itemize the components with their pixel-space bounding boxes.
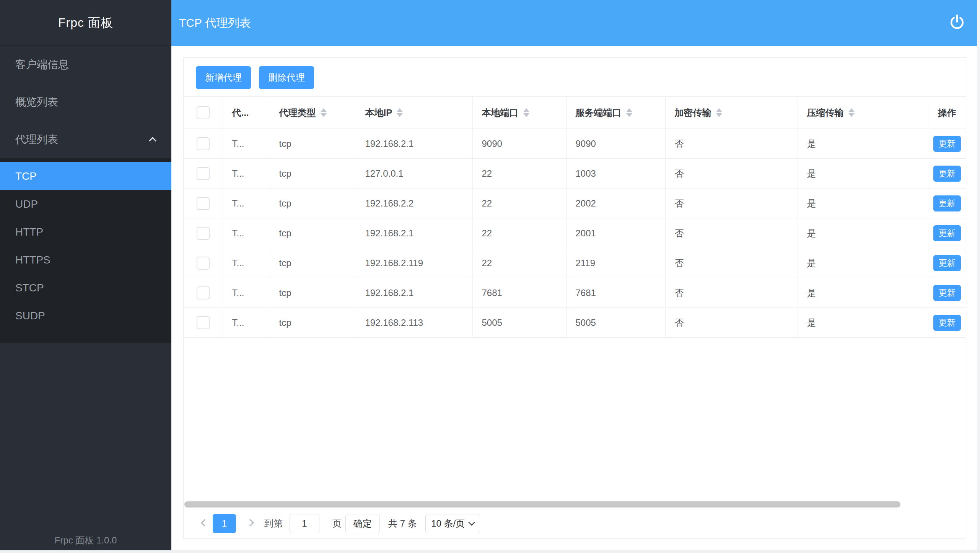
column-header-inner: 代... — [232, 107, 249, 119]
add-proxy-button[interactable]: 新增代理 — [196, 66, 251, 89]
column-header-inner: 代理类型 — [279, 107, 327, 119]
sidebar-item-stcp[interactable]: STCP — [0, 274, 171, 302]
total-count-label: 共 7 条 — [388, 517, 417, 530]
cell-local-port: 9090 — [472, 129, 566, 159]
column-header-remote-port[interactable]: 服务端端口 — [566, 97, 665, 129]
sidebar-item-label: TCP — [15, 170, 37, 182]
row-checkbox[interactable] — [197, 227, 210, 240]
select-all-checkbox[interactable] — [197, 106, 210, 119]
update-button[interactable]: 更新 — [933, 225, 961, 241]
sidebar-item-udp[interactable]: UDP — [0, 190, 171, 218]
sidebar-item-tcp[interactable]: TCP — [0, 162, 171, 190]
column-header-inner: 加密传输 — [675, 107, 722, 119]
cell-action: 更新 — [928, 129, 966, 159]
cell-compressed: 是 — [798, 308, 928, 338]
sort-carets-icon[interactable] — [523, 108, 529, 117]
cell-select — [184, 308, 223, 338]
pagination-bar: 1 到第 页 确定 共 7 条 10 条/页 — [184, 508, 966, 538]
cell-type: tcp — [270, 159, 356, 189]
sidebar-item-proxy-list[interactable]: 代理列表 — [0, 121, 171, 158]
chevron-right-icon — [246, 519, 254, 527]
sort-carets-icon[interactable] — [716, 108, 722, 117]
delete-proxy-button[interactable]: 删除代理 — [259, 66, 314, 89]
column-header-compressed[interactable]: 压缩传输 — [798, 97, 928, 129]
page-size-select[interactable]: 10 条/页 — [425, 514, 480, 533]
row-checkbox[interactable] — [197, 286, 210, 299]
sidebar-item-sudp[interactable]: SUDP — [0, 302, 171, 330]
cell-local-port: 5005 — [472, 308, 566, 338]
row-checkbox[interactable] — [197, 137, 210, 150]
cell-action: 更新 — [928, 159, 966, 189]
cell-name: T... — [223, 159, 270, 189]
row-checkbox[interactable] — [197, 197, 210, 210]
sort-carets-icon[interactable] — [321, 108, 327, 117]
sidebar-item-http[interactable]: HTTP — [0, 218, 171, 246]
power-button[interactable] — [949, 14, 965, 32]
caret-down-icon — [523, 113, 529, 117]
cell-name: T... — [223, 308, 270, 338]
column-header-local-port[interactable]: 本地端口 — [472, 97, 566, 129]
cell-compressed: 是 — [798, 248, 928, 278]
window-scrollbar-track[interactable] — [977, 0, 980, 553]
caret-down-icon — [626, 113, 632, 117]
update-button[interactable]: 更新 — [933, 136, 961, 152]
next-page-button[interactable] — [246, 519, 254, 528]
caret-up-icon — [397, 108, 403, 112]
sidebar-item-https[interactable]: HTTPS — [0, 246, 171, 274]
sort-carets-icon[interactable] — [848, 108, 855, 117]
cell-local-ip: 192.168.2.2 — [356, 189, 472, 218]
row-checkbox[interactable] — [197, 257, 210, 270]
column-header-select — [184, 97, 223, 129]
cell-encrypted: 否 — [665, 308, 798, 338]
cell-local-port: 22 — [472, 189, 566, 218]
sidebar: Frpc 面板 客户端信息 概览列表 代理列表 TCP UDP HTTP HTT… — [0, 0, 171, 550]
cell-action: 更新 — [928, 189, 966, 218]
cell-compressed: 是 — [798, 218, 928, 248]
update-button[interactable]: 更新 — [933, 315, 961, 331]
previous-page-button[interactable] — [200, 519, 209, 528]
cell-type: tcp — [270, 189, 356, 218]
column-header-label: 代理类型 — [279, 107, 316, 119]
cell-local-ip: 192.168.2.113 — [356, 308, 472, 338]
column-header-label: 本地IP — [365, 107, 392, 119]
sort-carets-icon[interactable] — [397, 108, 403, 117]
content-card: 新增代理 删除代理 代...代理类型本地IP本地端口服务端端口加密传输压缩传输操… — [183, 57, 966, 539]
proxy-table: 代...代理类型本地IP本地端口服务端端口加密传输压缩传输操作 T...tcp1… — [184, 96, 966, 338]
row-checkbox[interactable] — [197, 316, 210, 329]
update-button[interactable]: 更新 — [933, 166, 961, 182]
row-checkbox[interactable] — [197, 167, 210, 180]
table-horizontal-scrollbar[interactable] — [184, 501, 900, 507]
update-button[interactable]: 更新 — [933, 285, 961, 301]
goto-page-label: 到第 — [264, 517, 283, 530]
app-title: Frpc 面板 — [0, 0, 171, 46]
sidebar-menu: 客户端信息 概览列表 代理列表 TCP UDP HTTP HTTPS STCP — [0, 46, 171, 343]
column-header-local-ip[interactable]: 本地IP — [356, 97, 472, 129]
column-header-encrypted[interactable]: 加密传输 — [665, 97, 798, 129]
cell-remote-port: 2001 — [566, 218, 665, 248]
column-header-inner: 本地端口 — [482, 107, 529, 119]
sort-carets-icon[interactable] — [626, 108, 632, 117]
update-button[interactable]: 更新 — [933, 255, 961, 271]
cell-local-port: 7681 — [472, 278, 566, 308]
goto-page-input[interactable] — [290, 514, 319, 533]
table-row: T...tcp127.0.0.1221003否是更新 — [184, 159, 966, 189]
column-header-label: 压缩传输 — [807, 107, 844, 119]
cell-select — [184, 278, 223, 308]
cell-select — [184, 248, 223, 278]
toolbar: 新增代理 删除代理 — [196, 66, 966, 89]
confirm-button[interactable]: 确定 — [345, 514, 380, 533]
sidebar-item-label: HTTPS — [15, 254, 50, 266]
column-header-label: 服务端端口 — [576, 107, 622, 119]
chevron-down-icon — [469, 519, 475, 525]
caret-up-icon — [626, 108, 632, 112]
update-button[interactable]: 更新 — [933, 195, 961, 211]
cell-select — [184, 129, 223, 159]
goto-page-unit: 页 — [332, 517, 342, 530]
sidebar-item-client-info[interactable]: 客户端信息 — [0, 46, 171, 83]
page-number-1[interactable]: 1 — [213, 514, 236, 533]
cell-encrypted: 否 — [665, 159, 798, 189]
column-header-type[interactable]: 代理类型 — [270, 97, 356, 129]
cell-local-port: 22 — [472, 218, 566, 248]
sidebar-item-overview-list[interactable]: 概览列表 — [0, 83, 171, 121]
cell-name: T... — [223, 248, 270, 278]
